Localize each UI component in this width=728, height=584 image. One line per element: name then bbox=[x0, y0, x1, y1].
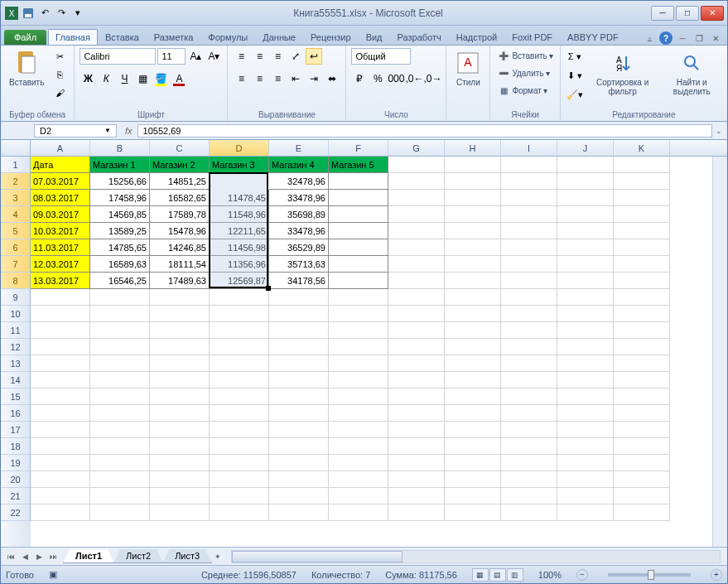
cell-C9[interactable] bbox=[150, 289, 210, 306]
row-header-2[interactable]: 2 bbox=[1, 173, 31, 190]
tab-данные[interactable]: Данные bbox=[255, 29, 303, 45]
cell-A22[interactable] bbox=[31, 504, 90, 521]
cell-H13[interactable] bbox=[445, 355, 501, 372]
cell-B7[interactable]: 16589,63 bbox=[90, 256, 150, 273]
sort-filter-button[interactable]: AЯ Сортировка и фильтр bbox=[587, 48, 658, 98]
cell-B11[interactable] bbox=[90, 322, 150, 339]
cell-I13[interactable] bbox=[501, 355, 557, 372]
cell-G7[interactable] bbox=[388, 256, 445, 273]
cell-B9[interactable] bbox=[90, 289, 150, 306]
cell-F6[interactable] bbox=[329, 239, 388, 256]
paste-button[interactable]: Вставить bbox=[6, 48, 47, 89]
cell-B22[interactable] bbox=[90, 504, 150, 521]
row-header-10[interactable]: 10 bbox=[1, 306, 31, 322]
cell-D16[interactable] bbox=[210, 405, 269, 422]
cell-K2[interactable] bbox=[614, 173, 670, 190]
tab-abbyy pdf[interactable]: ABBYY PDF bbox=[560, 29, 626, 45]
cell-J10[interactable] bbox=[557, 306, 614, 322]
font-name-select[interactable] bbox=[80, 48, 156, 65]
row-header-3[interactable]: 3 bbox=[1, 190, 31, 206]
clear-icon[interactable]: 🧹▾ bbox=[566, 86, 584, 103]
cell-H9[interactable] bbox=[445, 289, 501, 306]
cell-F15[interactable] bbox=[329, 389, 388, 405]
cell-B13[interactable] bbox=[90, 355, 150, 372]
cell-D2[interactable]: 10552,69 bbox=[210, 173, 269, 190]
cell-H2[interactable] bbox=[445, 173, 501, 190]
new-sheet-icon[interactable]: ✦ bbox=[211, 550, 224, 563]
sheet-tab-Лист1[interactable]: Лист1 bbox=[63, 549, 114, 563]
cell-K8[interactable] bbox=[614, 273, 670, 289]
doc-minimize-icon[interactable]: ─ bbox=[676, 32, 689, 44]
cell-J4[interactable] bbox=[557, 206, 614, 223]
cell-C1[interactable]: Магазин 2 bbox=[150, 157, 210, 173]
col-header-C[interactable]: C bbox=[150, 140, 210, 156]
cell-A5[interactable]: 10.03.2017 bbox=[31, 223, 90, 239]
cell-D17[interactable] bbox=[210, 422, 269, 438]
close-button[interactable]: ✕ bbox=[701, 6, 724, 21]
cell-C20[interactable] bbox=[150, 471, 210, 488]
cell-E16[interactable] bbox=[269, 405, 329, 422]
cell-G3[interactable] bbox=[388, 190, 445, 206]
cell-G4[interactable] bbox=[388, 206, 445, 223]
col-header-D[interactable]: D bbox=[210, 140, 269, 156]
cell-F4[interactable] bbox=[329, 206, 388, 223]
cell-B17[interactable] bbox=[90, 422, 150, 438]
zoom-slider[interactable] bbox=[608, 573, 691, 577]
cell-J20[interactable] bbox=[557, 471, 614, 488]
cell-A7[interactable]: 12.03.2017 bbox=[31, 256, 90, 273]
cell-B15[interactable] bbox=[90, 389, 150, 405]
cell-E11[interactable] bbox=[269, 322, 329, 339]
cell-I17[interactable] bbox=[501, 422, 557, 438]
align-center-icon[interactable]: ≡ bbox=[251, 70, 268, 87]
cell-I15[interactable] bbox=[501, 389, 557, 405]
cell-B6[interactable]: 14785,65 bbox=[90, 239, 150, 256]
cell-F2[interactable] bbox=[329, 173, 388, 190]
cell-E22[interactable] bbox=[269, 504, 329, 521]
col-header-J[interactable]: J bbox=[557, 140, 614, 156]
sheet-nav-last-icon[interactable]: ⏭ bbox=[46, 550, 60, 563]
cell-A16[interactable] bbox=[31, 405, 90, 422]
cell-F9[interactable] bbox=[329, 289, 388, 306]
sheet-tab-Лист2[interactable]: Лист2 bbox=[113, 549, 163, 563]
delete-cells-button[interactable]: ➖Удалить ▾ bbox=[495, 65, 551, 80]
save-icon[interactable] bbox=[21, 6, 36, 21]
cell-A3[interactable]: 08.03.2017 bbox=[31, 190, 90, 206]
row-header-12[interactable]: 12 bbox=[1, 339, 31, 355]
tab-вид[interactable]: Вид bbox=[359, 29, 390, 45]
horizontal-scrollbar[interactable] bbox=[231, 550, 721, 563]
cell-H21[interactable] bbox=[445, 488, 501, 504]
cell-B10[interactable] bbox=[90, 306, 150, 322]
row-header-19[interactable]: 19 bbox=[1, 455, 31, 471]
cell-H17[interactable] bbox=[445, 422, 501, 438]
undo-icon[interactable]: ↶ bbox=[37, 6, 52, 21]
align-right-icon[interactable]: ≡ bbox=[269, 70, 286, 87]
cell-B19[interactable] bbox=[90, 455, 150, 471]
file-tab[interactable]: Файл bbox=[4, 30, 46, 45]
formula-expand-icon[interactable]: ⌄ bbox=[716, 127, 727, 135]
cell-K9[interactable] bbox=[614, 289, 670, 306]
cell-K12[interactable] bbox=[614, 339, 670, 355]
cell-I8[interactable] bbox=[501, 273, 557, 289]
border-icon[interactable]: ▦ bbox=[134, 70, 151, 87]
cell-A13[interactable] bbox=[31, 355, 90, 372]
cell-C6[interactable]: 14246,85 bbox=[150, 239, 210, 256]
cell-B3[interactable]: 17458,96 bbox=[90, 190, 150, 206]
cell-B12[interactable] bbox=[90, 339, 150, 355]
cell-D20[interactable] bbox=[210, 471, 269, 488]
cell-H6[interactable] bbox=[445, 239, 501, 256]
cell-E3[interactable]: 33478,96 bbox=[269, 190, 329, 206]
col-header-G[interactable]: G bbox=[388, 140, 445, 156]
cell-F21[interactable] bbox=[329, 488, 388, 504]
decrease-indent-icon[interactable]: ⇤ bbox=[287, 70, 304, 87]
number-format-select[interactable] bbox=[351, 48, 411, 65]
cell-A4[interactable]: 09.03.2017 bbox=[31, 206, 90, 223]
cell-J6[interactable] bbox=[557, 239, 614, 256]
cell-J13[interactable] bbox=[557, 355, 614, 372]
view-page-layout-icon[interactable]: ▤ bbox=[489, 568, 506, 582]
ribbon-minimize-icon[interactable]: ▵ bbox=[643, 32, 656, 44]
cell-C19[interactable] bbox=[150, 455, 210, 471]
cell-E18[interactable] bbox=[269, 438, 329, 455]
col-header-F[interactable]: F bbox=[329, 140, 388, 156]
row-header-20[interactable]: 20 bbox=[1, 471, 31, 488]
cell-J22[interactable] bbox=[557, 504, 614, 521]
